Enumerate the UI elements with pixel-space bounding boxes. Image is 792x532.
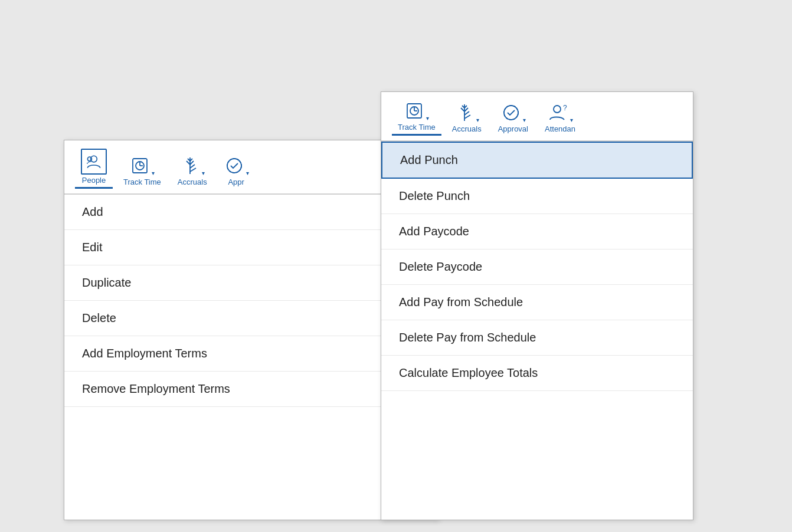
right-toolbar-item-accruals[interactable]: ▾ Accruals <box>446 100 487 136</box>
svg-text:?: ? <box>563 104 567 112</box>
right-track-time-label: Track Time <box>398 123 436 132</box>
approval-icon-wrap: ▾ <box>224 155 249 176</box>
track-time-icon-wrap: ▾ <box>129 155 155 176</box>
svg-line-22 <box>464 111 469 115</box>
accruals-icon-wrap: ▾ <box>179 155 205 176</box>
people-label: People <box>82 176 106 185</box>
right-track-time-icon-wrap: ▾ <box>404 100 429 121</box>
svg-line-21 <box>464 108 468 111</box>
menu-item-add-punch[interactable]: Add Punch <box>381 142 693 179</box>
right-approval-label: Approval <box>498 124 528 133</box>
right-toolbar-item-track-time[interactable]: ▾ Track Time <box>392 98 441 136</box>
track-time-arrow: ▾ <box>152 170 155 176</box>
svg-point-28 <box>554 106 561 113</box>
menu-item-add-paycode[interactable]: Add Paycode <box>381 214 693 249</box>
approval-arrow: ▾ <box>246 170 249 176</box>
menu-item-calculate-employee-totals[interactable]: Calculate Employee Totals <box>381 356 693 391</box>
right-accruals-icon-wrap: ▾ <box>454 102 479 123</box>
right-attendance-icon-wrap: ? ▾ <box>548 102 573 123</box>
menu-item-delete-punch[interactable]: Delete Punch <box>381 179 693 214</box>
right-attendance-arrow: ▾ <box>570 117 573 123</box>
right-toolbar-item-attendance[interactable]: ? ▾ Attendan <box>539 100 581 136</box>
toolbar-item-track-time[interactable]: ▾ Track Time <box>117 153 167 189</box>
approval-label: Appr <box>228 178 244 186</box>
menu-item-delete-paycode[interactable]: Delete Paycode <box>381 249 693 285</box>
people-icon <box>81 149 107 175</box>
track-time-label: Track Time <box>123 178 161 186</box>
right-toolbar-item-approval[interactable]: ▾ Approval <box>492 100 534 136</box>
right-approval-icon-wrap: ▾ <box>500 102 526 123</box>
svg-line-10 <box>190 168 196 172</box>
right-approval-arrow: ▾ <box>523 117 526 123</box>
right-toolbar: ▾ Track Time ▾ Accruals <box>381 92 693 141</box>
toolbar-item-people[interactable]: People <box>75 146 113 189</box>
toolbar-item-accruals[interactable]: ▾ Accruals <box>172 153 213 189</box>
menu-item-add-pay-from-schedule[interactable]: Add Pay from Schedule <box>381 285 693 320</box>
svg-line-23 <box>464 115 470 119</box>
right-accruals-arrow: ▾ <box>476 117 479 123</box>
right-track-time-arrow: ▾ <box>426 115 429 121</box>
svg-point-1 <box>87 157 91 161</box>
accruals-arrow: ▾ <box>202 170 205 176</box>
menu-item-delete-pay-from-schedule[interactable]: Delete Pay from Schedule <box>381 320 693 356</box>
svg-line-25 <box>461 108 464 111</box>
accruals-label: Accruals <box>178 178 207 186</box>
toolbar-item-approval[interactable]: ▾ Appr <box>218 153 255 189</box>
right-dropdown-menu: Add Punch Delete Punch Add Paycode Delet… <box>381 141 693 391</box>
right-panel: ▾ Track Time ▾ Accruals <box>381 91 693 520</box>
right-attendance-label: Attendan <box>545 124 575 133</box>
right-accruals-label: Accruals <box>452 124 482 133</box>
svg-line-9 <box>190 165 195 168</box>
